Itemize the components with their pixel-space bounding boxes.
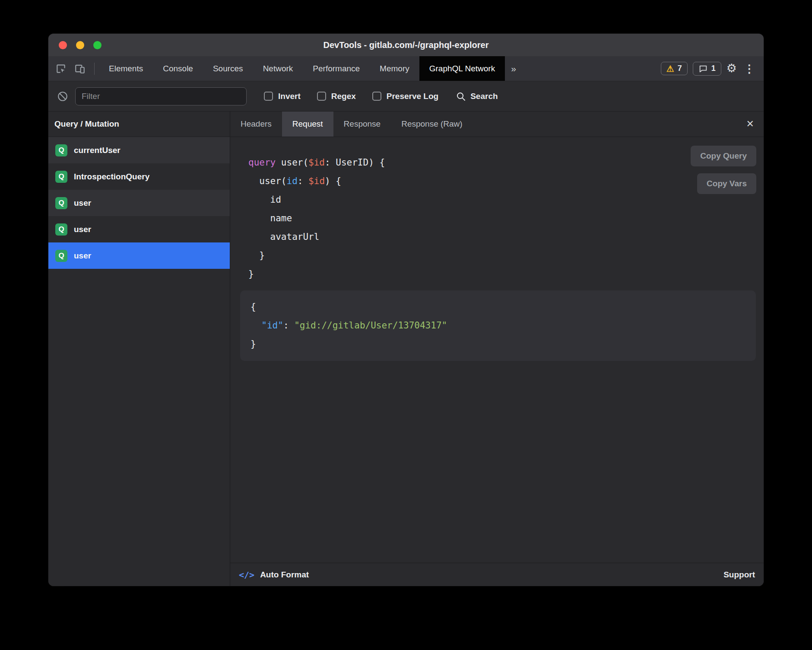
request-content: Copy Query Copy Vars query user($id: Use… bbox=[230, 137, 764, 563]
query-list-item-introspectionquery-1[interactable]: QIntrospectionQuery bbox=[48, 163, 230, 190]
statusbar: </> Auto Format Support bbox=[230, 563, 764, 586]
tabbar-right-controls: ⚠ 7 1 ⚙ ⋮ bbox=[661, 56, 764, 81]
detail-tabs-strip: HeadersRequestResponseResponse (Raw) bbox=[230, 112, 473, 137]
checkbox-regex-box[interactable] bbox=[317, 92, 326, 101]
warning-icon: ⚠ bbox=[666, 64, 674, 73]
tab-console[interactable]: Console bbox=[153, 56, 203, 81]
issues-badge[interactable]: 1 bbox=[693, 62, 721, 76]
devtools-tabs: ElementsConsoleSourcesNetworkPerformance… bbox=[99, 56, 505, 81]
query-type-badge: Q bbox=[55, 223, 67, 236]
graphql-query-code: query user($id: UserID) { user(id: $id) … bbox=[248, 153, 764, 284]
kebab-menu-icon[interactable]: ⋮ bbox=[742, 63, 757, 74]
close-window-button[interactable] bbox=[59, 41, 67, 49]
query-list-item-user-2[interactable]: Quser bbox=[48, 190, 230, 216]
zoom-window-button[interactable] bbox=[93, 41, 102, 49]
checkbox-regex-label: Regex bbox=[331, 92, 356, 101]
sidebar-header: Query / Mutation bbox=[48, 112, 230, 137]
query-name: user bbox=[74, 225, 91, 234]
checkbox-preserve-log[interactable]: Preserve Log bbox=[372, 92, 438, 101]
checkbox-invert-label: Invert bbox=[278, 92, 301, 101]
auto-format-button[interactable]: Auto Format bbox=[260, 570, 309, 580]
query-list-item-currentuser-0[interactable]: QcurrentUser bbox=[48, 137, 230, 163]
window-title: DevTools - gitlab.com/-/graphql-explorer bbox=[48, 40, 764, 50]
checkbox-preserve-log-box[interactable] bbox=[372, 92, 381, 101]
detail-tab-response-raw[interactable]: Response (Raw) bbox=[391, 112, 473, 137]
tab-network[interactable]: Network bbox=[253, 56, 303, 81]
query-type-badge: Q bbox=[55, 250, 67, 262]
code-line: } bbox=[248, 246, 764, 265]
devtools-window: DevTools - gitlab.com/-/graphql-explorer bbox=[48, 34, 764, 586]
main-area: Query / Mutation QcurrentUserQIntrospect… bbox=[48, 112, 764, 586]
checkbox-preserve-log-label: Preserve Log bbox=[387, 92, 438, 101]
search-control[interactable]: Search bbox=[456, 91, 498, 102]
query-name: IntrospectionQuery bbox=[74, 172, 149, 182]
minimize-window-button[interactable] bbox=[76, 41, 84, 49]
query-name: user bbox=[74, 251, 91, 261]
filter-input[interactable] bbox=[75, 87, 247, 105]
settings-gear-icon[interactable]: ⚙ bbox=[726, 63, 737, 74]
code-line: id bbox=[248, 191, 764, 209]
sidebar: Query / Mutation QcurrentUserQIntrospect… bbox=[48, 112, 230, 586]
query-list-item-user-3[interactable]: Quser bbox=[48, 216, 230, 242]
code-line: "id": "gid://gitlab/User/13704317" bbox=[251, 316, 745, 335]
titlebar[interactable]: DevTools - gitlab.com/-/graphql-explorer bbox=[48, 34, 764, 56]
tab-graphql-network[interactable]: GraphQL Network bbox=[419, 56, 505, 81]
copy-vars-button[interactable]: Copy Vars bbox=[697, 173, 756, 194]
query-type-badge: Q bbox=[55, 171, 67, 183]
warning-count: 7 bbox=[678, 64, 682, 73]
device-toolbar-icon[interactable] bbox=[74, 63, 86, 74]
code-line: } bbox=[248, 265, 764, 284]
query-type-badge: Q bbox=[55, 144, 67, 156]
code-line: avatarUrl bbox=[248, 228, 764, 246]
code-line: } bbox=[251, 335, 745, 354]
query-type-badge: Q bbox=[55, 197, 67, 209]
checkbox-invert[interactable]: Invert bbox=[264, 92, 301, 101]
detail-panel: HeadersRequestResponseResponse (Raw) ✕ C… bbox=[230, 112, 764, 586]
detail-tab-request[interactable]: Request bbox=[282, 112, 333, 137]
code-line: name bbox=[248, 209, 764, 228]
message-bubble-icon bbox=[698, 64, 708, 73]
devtools-tabbar: ElementsConsoleSourcesNetworkPerformance… bbox=[48, 56, 764, 81]
warnings-badge[interactable]: ⚠ 7 bbox=[661, 62, 688, 75]
query-name: user bbox=[74, 198, 91, 208]
more-tabs-chevron-icon[interactable]: » bbox=[505, 56, 522, 81]
code-line: { bbox=[251, 298, 745, 316]
checkbox-invert-box[interactable] bbox=[264, 92, 273, 101]
search-label: Search bbox=[470, 92, 498, 101]
copy-buttons: Copy Query Copy Vars bbox=[691, 146, 756, 194]
desktop-background: DevTools - gitlab.com/-/graphql-explorer bbox=[0, 0, 812, 650]
query-list: QcurrentUserQIntrospectionQueryQuserQuse… bbox=[48, 137, 230, 586]
inspect-element-icon[interactable] bbox=[55, 63, 67, 74]
tab-elements[interactable]: Elements bbox=[99, 56, 153, 81]
toolbar-separator bbox=[94, 63, 95, 75]
filter-toolbar: InvertRegexPreserve Log Search bbox=[48, 81, 764, 112]
issues-count: 1 bbox=[711, 64, 716, 73]
close-icon[interactable]: ✕ bbox=[737, 119, 764, 129]
tab-sources[interactable]: Sources bbox=[203, 56, 253, 81]
code-brackets-icon: </> bbox=[239, 570, 254, 580]
tabbar-left-icons bbox=[48, 56, 99, 81]
search-icon bbox=[456, 91, 466, 102]
toolbar-checkboxes: InvertRegexPreserve Log bbox=[264, 92, 438, 101]
tab-performance[interactable]: Performance bbox=[303, 56, 370, 81]
detail-tabbar: HeadersRequestResponseResponse (Raw) ✕ bbox=[230, 112, 764, 137]
copy-query-button[interactable]: Copy Query bbox=[691, 146, 756, 166]
tab-memory[interactable]: Memory bbox=[370, 56, 419, 81]
traffic-lights bbox=[59, 41, 102, 49]
checkbox-regex[interactable]: Regex bbox=[317, 92, 356, 101]
query-list-item-user-4[interactable]: Quser bbox=[48, 242, 230, 269]
detail-tab-headers[interactable]: Headers bbox=[230, 112, 282, 137]
variables-box: { "id": "gid://gitlab/User/13704317"} bbox=[240, 290, 756, 361]
clear-circle-slash-icon[interactable] bbox=[57, 91, 68, 102]
support-link[interactable]: Support bbox=[723, 570, 755, 580]
query-name: currentUser bbox=[74, 146, 121, 155]
code-line: user(id: $id) { bbox=[248, 172, 764, 191]
detail-tab-response[interactable]: Response bbox=[333, 112, 391, 137]
code-line: query user($id: UserID) { bbox=[248, 153, 764, 172]
variables-code: { "id": "gid://gitlab/User/13704317"} bbox=[251, 298, 745, 354]
